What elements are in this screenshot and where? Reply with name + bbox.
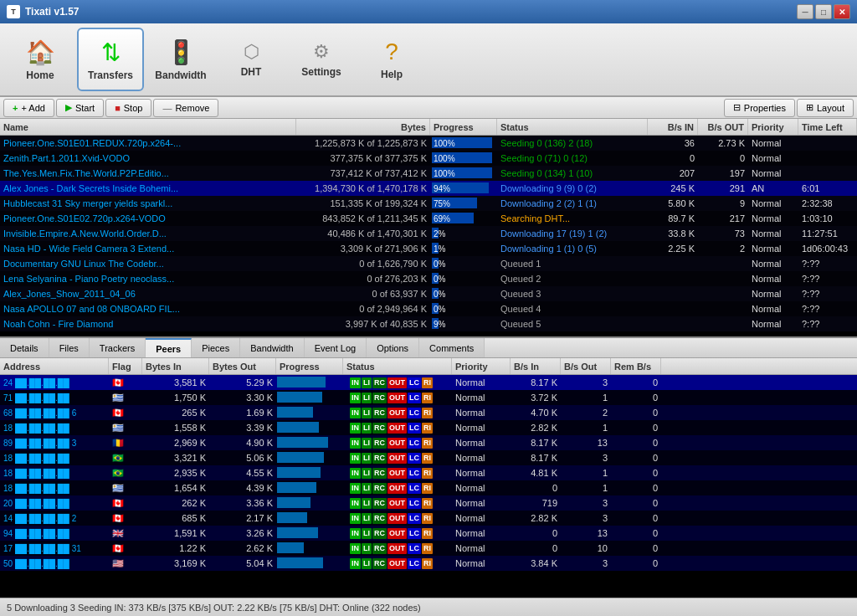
transfer-bytes: 843,852 K of 1,211,345 K [296,211,430,226]
transfer-progress: 0% [430,301,497,316]
transfer-row[interactable]: Nasa APOLLO 07 and 08 ONBOARD FIL... 0 o… [0,301,857,316]
main-toolbar: 🏠 Home ⇅ Transfers 🚦 Bandwidth ⬡ DHT ⚙ S… [0,23,857,97]
transfer-bytes: 40,486 K of 1,470,301 K [296,226,430,241]
peer-progress [276,495,343,511]
add-button[interactable]: + + Add [3,99,54,117]
peer-bytesin: 3,169 K [142,556,209,571]
transfer-row[interactable]: Pioneer.One.S01E02.720p.x264-VODO 843,85… [0,211,857,226]
peer-row[interactable]: 18 ██.██.██.██ 🇺🇾 1,558 K 3.39 K IN LI R… [0,420,857,435]
peer-status: IN LI RC OUT LC RI [343,420,452,435]
remove-button[interactable]: — Remove [153,99,218,117]
peer-bytesout: 2.17 K [209,511,276,526]
transfer-row[interactable]: Documentary GNU Linux The Codebr... 0 of… [0,256,857,271]
peer-col-priority: Priority [452,358,511,374]
transfer-bytes: 0 of 276,203 K [296,271,430,286]
peer-status: IN LI RC OUT LC RI [343,435,452,450]
tab-pieces[interactable]: Pieces [192,338,240,357]
peer-bsout: 1 [561,420,611,435]
peer-row[interactable]: 18 ██.██.██.██ 🇧🇷 3,321 K 5.06 K IN LI R… [0,450,857,465]
toolbar-dht[interactable]: ⬡ DHT [218,28,285,91]
peer-rembs: 0 [611,511,661,526]
peer-bytesout: 2.62 K [209,541,276,556]
properties-button[interactable]: ⊟ Properties [724,99,795,117]
stop-button[interactable]: ■ Stop [105,99,151,117]
transfer-bytes: 0 of 1,626,790 K [296,256,430,271]
peer-priority: Normal [452,465,511,480]
peer-bytesout: 5.06 K [209,450,276,465]
peer-flag: 🇨🇦 [109,511,142,526]
transfer-row[interactable]: The.Yes.Men.Fix.The.World.P2P.Editio... … [0,166,857,181]
tab-comments[interactable]: Comments [419,338,485,357]
peer-bytesin: 262 K [142,495,209,511]
peer-bsin: 8.17 K [511,450,561,465]
transfers-label: Transfers [88,69,133,81]
home-icon: 🏠 [26,38,55,66]
toolbar-home[interactable]: 🏠 Home [7,28,74,91]
tabs-bar: DetailsFilesTrackersPeersPiecesBandwidth… [0,338,857,358]
peer-row[interactable]: 89 ██.██.██.██ 3 🇷🇴 2,969 K 4.90 K IN LI… [0,435,857,450]
peer-priority: Normal [452,511,511,526]
transfer-row[interactable]: Hubblecast 31 Sky merger yields sparkl..… [0,196,857,211]
tab-trackers[interactable]: Trackers [90,338,146,357]
title-bar-left: T Tixati v1.57 [7,5,80,18]
peer-row[interactable]: 20 ██.██.██.██ 🇨🇦 262 K 3.36 K IN LI RC … [0,495,857,511]
peer-address: 18 ██.██.██.██ [0,465,109,480]
peers-body[interactable]: 24 ██.██.██.██ 🇨🇦 3,581 K 5.29 K IN LI R… [0,375,857,598]
start-button[interactable]: ▶ Start [56,99,104,117]
transfer-row[interactable]: Lena Selyanina - Piano Poetry neoclass..… [0,271,857,286]
tab-options[interactable]: Options [367,338,419,357]
toolbar-settings[interactable]: ⚙ Settings [288,28,355,91]
transfer-bytes: 3,309 K of 271,906 K [296,241,430,256]
tab-bandwidth[interactable]: Bandwidth [240,338,304,357]
transfer-row[interactable]: Zenith.Part.1.2011.Xvid-VODO 377,375 K o… [0,151,857,166]
transfer-row[interactable]: Nasa HD - Wide Field Camera 3 Extend... … [0,241,857,256]
list-header: Name Bytes Progress Status B/s IN B/s OU… [0,119,857,136]
transfer-status: Seeding 0 (71) 0 (12) [497,151,648,166]
peer-row[interactable]: 68 ██.██.██.██ 6 🇨🇦 265 K 1.69 K IN LI R… [0,405,857,420]
layout-button[interactable]: ⊞ Layout [797,99,854,117]
transfer-priority: Normal [748,151,798,166]
transfer-row[interactable]: Pioneer.One.S01E01.REDUX.720p.x264-... 1… [0,136,857,151]
peer-row[interactable]: 17 ██.██.██.██ 31 🇨🇦 1.22 K 2.62 K IN LI… [0,541,857,556]
peer-row[interactable]: 18 ██.██.██.██ 🇺🇾 1,654 K 4.39 K IN LI R… [0,480,857,495]
peer-row[interactable]: 94 ██.██.██.██ 🇬🇧 1,591 K 3.26 K IN LI R… [0,526,857,541]
transfer-row[interactable]: Alex_Jones_Show_2011_04_06 0 of 63,937 K… [0,286,857,301]
peer-bytesin: 1,591 K [142,526,209,541]
peer-bytesout: 5.04 K [209,556,276,571]
tab-files[interactable]: Files [49,338,90,357]
transfer-progress: 0% [430,256,497,271]
transfer-row[interactable]: Noah Cohn - Fire Diamond 3,997 K of 40,8… [0,316,857,331]
tab-peers[interactable]: Peers [146,338,192,357]
peer-row[interactable]: 14 ██.██.██.██ 2 🇨🇦 685 K 2.17 K IN LI R… [0,511,857,526]
transfer-status: Queued 1 [497,256,648,271]
transfer-bsout [698,286,748,301]
toolbar-help[interactable]: ? Help [358,28,425,91]
peer-row[interactable]: 71 ██.██.██.██ 🇺🇾 1,750 K 3.30 K IN LI R… [0,390,857,405]
peer-row[interactable]: 18 ██.██.██.██ 🇧🇷 2,935 K 4.55 K IN LI R… [0,465,857,480]
tab-details[interactable]: Details [0,338,49,357]
start-icon: ▶ [65,102,72,113]
list-body[interactable]: Pioneer.One.S01E01.REDUX.720p.x264-... 1… [0,136,857,336]
title-bar: T Tixati v1.57 ─ □ ✕ [0,0,857,23]
peer-bsin: 3.84 K [511,556,561,571]
transfer-row[interactable]: Invisible.Empire.A.New.World.Order.D... … [0,226,857,241]
peer-rembs: 0 [611,390,661,405]
toolbar-bandwidth[interactable]: 🚦 Bandwidth [147,28,214,91]
transfer-row[interactable]: Alex Jones - Dark Secrets Inside Bohemi.… [0,181,857,196]
transfer-timeleft: ?:?? [798,301,857,316]
transfer-timeleft [798,151,857,166]
minimize-button[interactable]: ─ [797,4,813,19]
transfer-priority: Normal [748,136,798,151]
transfer-bytes: 0 of 63,937 K [296,286,430,301]
peer-row[interactable]: 50 ██.██.██.██ 🇺🇸 3,169 K 5.04 K IN LI R… [0,556,857,571]
peer-bsout: 3 [561,450,611,465]
peer-priority: Normal [452,390,511,405]
toolbar-transfers[interactable]: ⇅ Transfers [77,28,144,91]
maximize-button[interactable]: □ [815,4,832,19]
peer-row[interactable]: 24 ██.██.██.██ 🇨🇦 3,581 K 5.29 K IN LI R… [0,375,857,390]
col-bytes: Bytes [296,119,430,135]
transfer-priority: Normal [748,211,798,226]
peer-bsin: 8.17 K [511,435,561,450]
close-button[interactable]: ✕ [834,4,850,19]
tab-event-log[interactable]: Event Log [305,338,367,357]
